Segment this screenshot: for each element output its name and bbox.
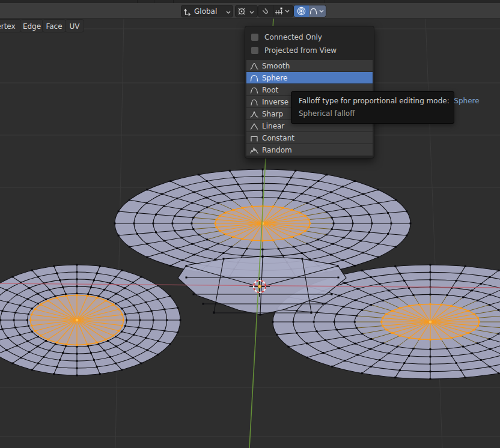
pivot-median-icon: [236, 5, 248, 17]
proportional-editing-group: [293, 5, 326, 17]
checkbox-projected-from-view[interactable]: Projected from View: [245, 44, 374, 56]
proportional-editing-toggle[interactable]: [294, 5, 309, 17]
pivot-point-dropdown[interactable]: [235, 5, 258, 17]
checkbox[interactable]: [251, 47, 258, 54]
falloff-option-random[interactable]: Random: [246, 144, 373, 156]
orientation-label: Global: [194, 7, 219, 16]
proportional-editing-icon: [297, 7, 306, 16]
tooltip-description: Spherical falloff: [299, 109, 447, 118]
orientation-axes-icon: [181, 5, 194, 17]
falloff-option-label: Root: [262, 86, 278, 94]
checkbox-connected-only[interactable]: Connected Only: [245, 31, 374, 43]
falloff-option-sphere[interactable]: Sphere: [246, 72, 373, 83]
blender-window: Global: [0, 0, 500, 448]
falloff-smooth-icon: [250, 62, 258, 70]
falloff-sphere-icon: [309, 8, 317, 14]
falloff-option-label: Smooth: [262, 62, 290, 70]
checkbox-label: Projected from View: [264, 46, 337, 55]
menu-face[interactable]: Face: [42, 19, 66, 32]
snap-increment-icon: [275, 7, 283, 16]
falloff-option-label: Sharp: [262, 110, 283, 118]
falloff-sphere-icon: [250, 74, 258, 82]
falloff-option-label: Linear: [262, 122, 284, 130]
topbar-edge: [0, 0, 500, 3]
topbar-tick: [137, 0, 138, 3]
menu-label: ertex: [0, 22, 16, 31]
topbar-tick: [173, 0, 174, 3]
menu-label: UV: [70, 22, 80, 31]
viewport-header: Global: [0, 3, 500, 19]
chevron-down-icon: [226, 7, 231, 16]
menu-edge[interactable]: Edge: [20, 19, 44, 32]
falloff-linear-icon: [250, 123, 258, 130]
checkbox-label: Connected Only: [264, 33, 322, 41]
menu-vertex[interactable]: ertex: [0, 19, 22, 32]
tooltip-value: Sphere: [454, 97, 479, 105]
topbar-tick: [154, 0, 154, 3]
tooltip-text: Falloff type for proportional editing mo…: [299, 97, 450, 105]
transform-orientation-dropdown[interactable]: Global: [181, 5, 233, 17]
chevron-down-icon: [319, 10, 324, 13]
snap-toggle-button[interactable]: [258, 5, 273, 17]
menu-uv[interactable]: UV: [65, 19, 84, 32]
magnet-icon: [261, 7, 270, 16]
menu-label: Edge: [23, 22, 41, 31]
falloff-constant-icon: [250, 135, 258, 142]
falloff-inverse-square-icon: [250, 98, 258, 106]
topbar-tick: [325, 0, 325, 3]
falloff-option-label: Random: [262, 146, 292, 154]
falloff-sharp-icon: [250, 110, 258, 118]
proportional-falloff-dropdown[interactable]: [309, 5, 326, 17]
menu-label: Face: [46, 22, 62, 31]
checkbox[interactable]: [251, 34, 258, 41]
falloff-random-icon: [250, 147, 258, 154]
falloff-option-smooth[interactable]: Smooth: [246, 60, 373, 71]
snapping-group: [258, 5, 293, 17]
falloff-option-label: Sphere: [262, 74, 287, 82]
chevron-down-icon: [249, 7, 254, 16]
chevron-down-icon: [285, 10, 290, 13]
falloff-option-constant[interactable]: Constant: [246, 132, 373, 144]
snap-with-dropdown[interactable]: [273, 5, 292, 17]
falloff-root-icon: [250, 86, 258, 94]
falloff-option-label: Constant: [262, 134, 294, 142]
tooltip: Falloff type for proportional editing mo…: [291, 91, 454, 124]
